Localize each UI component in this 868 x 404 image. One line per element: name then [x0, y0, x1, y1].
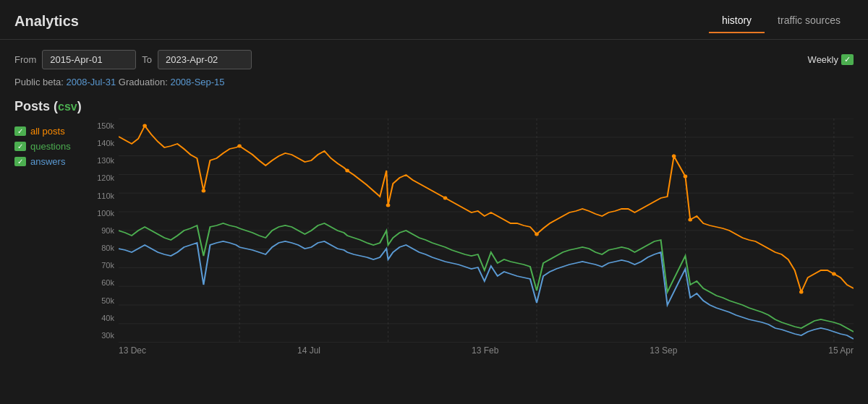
all-posts-check-icon: ✓ [14, 126, 26, 136]
x-label-5: 15 Apr [828, 345, 854, 356]
to-date-input[interactable] [158, 50, 252, 69]
from-label: From [14, 54, 36, 65]
app-title: Analytics [14, 13, 79, 30]
csv-link[interactable]: csv [58, 100, 77, 113]
svg-point-22 [386, 204, 391, 207]
x-label-4: 13 Sep [650, 345, 677, 356]
svg-point-18 [142, 124, 147, 128]
svg-point-29 [799, 291, 804, 294]
weekly-badge: Weekly ✓ [808, 54, 854, 65]
app-header: Analytics history traffic sources [0, 0, 868, 40]
y-axis: 150k 140k 130k 120k 110k 100k 90k 80k 70… [87, 119, 119, 343]
legend-item-questions[interactable]: ✓ questions [14, 141, 80, 152]
legend-item-all-posts[interactable]: ✓ all posts [14, 126, 80, 137]
chart-row: 150k 140k 130k 120k 110k 100k 90k 80k 70… [87, 119, 854, 343]
chart-with-axes: 150k 140k 130k 120k 110k 100k 90k 80k 70… [87, 119, 854, 356]
answers-check-icon: ✓ [14, 157, 26, 166]
chart-legend: ✓ all posts ✓ questions ✓ answers [14, 119, 80, 356]
tab-bar: history traffic sources [709, 9, 854, 33]
chart-svg-container [119, 119, 854, 343]
x-label-3: 13 Feb [472, 345, 498, 356]
public-beta-date-link[interactable]: 2008-Jul-31 [67, 77, 116, 87]
legend-label-answers: answers [30, 156, 65, 167]
svg-point-23 [443, 197, 448, 200]
public-beta-label: Public beta: [14, 77, 64, 87]
svg-point-26 [684, 175, 688, 179]
tab-traffic-sources[interactable]: traffic sources [765, 9, 854, 33]
graduation-date-link[interactable]: 2008-Sep-15 [170, 77, 224, 87]
main-chart-svg [119, 119, 854, 343]
graduation-label: Graduation: [119, 77, 168, 87]
svg-point-19 [202, 189, 206, 193]
meta-info: Public beta: 2008-Jul-31 Graduation: 200… [0, 74, 868, 93]
svg-point-25 [672, 155, 676, 158]
x-label-1: 13 Dec [119, 345, 146, 356]
x-axis-labels: 13 Dec 14 Jul 13 Feb 13 Sep 15 Apr [87, 345, 854, 356]
legend-item-answers[interactable]: ✓ answers [14, 156, 80, 167]
legend-label-all-posts: all posts [30, 126, 65, 137]
questions-check-icon: ✓ [14, 142, 26, 151]
to-label: To [142, 54, 152, 65]
svg-point-20 [237, 145, 242, 148]
posts-section-title: Posts (csv) [0, 93, 868, 119]
weekly-label: Weekly [808, 54, 838, 65]
svg-point-27 [688, 218, 692, 222]
from-date-input[interactable] [42, 50, 136, 69]
x-label-2: 14 Jul [297, 345, 320, 356]
svg-point-24 [535, 233, 539, 236]
weekly-check-icon: ✓ [841, 54, 854, 65]
chart-area: ✓ all posts ✓ questions ✓ answers 150k 1… [0, 119, 868, 356]
tab-history[interactable]: history [709, 9, 765, 33]
date-controls: From To Weekly ✓ [0, 40, 868, 74]
svg-point-21 [345, 169, 349, 173]
svg-point-28 [832, 272, 836, 276]
legend-label-questions: questions [30, 141, 71, 152]
